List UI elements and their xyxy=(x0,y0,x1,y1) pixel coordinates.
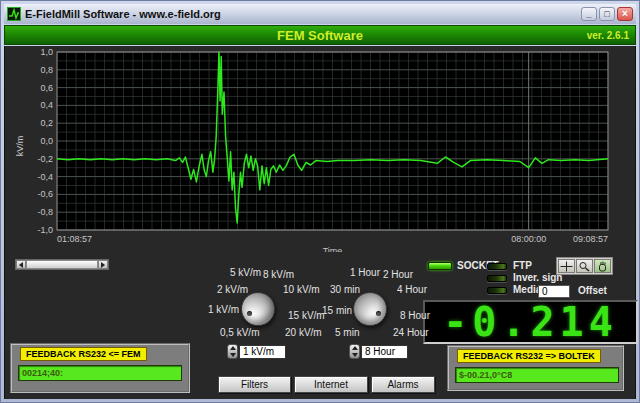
scale-spinner: 1 kV/m xyxy=(227,344,286,359)
time-label-4h: 4 Hour xyxy=(397,284,427,295)
y-tick-label: 0,2 xyxy=(40,118,53,128)
scale-label-1: 1 kV/m xyxy=(208,304,239,315)
filters-button[interactable]: Filters xyxy=(218,376,291,393)
y-tick-label: 1,0 xyxy=(40,47,53,57)
scale-label-05: 0,5 kV/m xyxy=(220,327,259,338)
title-bar[interactable]: E-FieldMill Software - www.e-field.org _… xyxy=(4,4,636,24)
version-label: ver. 2.6.1 xyxy=(587,30,629,41)
internet-button[interactable]: Internet xyxy=(294,376,368,393)
zoom-tool-icon[interactable] xyxy=(576,259,593,273)
y-tick-label: 0,4 xyxy=(40,100,53,110)
feedback-fem-value: 00214;40: xyxy=(18,365,182,381)
time-label-24h: 24 Hour xyxy=(393,327,429,338)
scale-label-2: 2 kV/m xyxy=(217,284,248,295)
app-icon xyxy=(7,7,21,21)
mediated-led[interactable] xyxy=(487,287,507,294)
time-label-15m: 15 min xyxy=(322,305,352,316)
scale-label-20: 20 kV/m xyxy=(285,327,322,338)
feedback-boltek-title: FEEDBACK RS232 => BOLTEK xyxy=(457,349,601,363)
time-label-8h: 8 Hour xyxy=(400,310,430,321)
scale-value-field[interactable]: 1 kV/m xyxy=(239,345,286,359)
graph-tool-palette xyxy=(556,257,613,275)
crosshair-tool-icon[interactable] xyxy=(558,259,575,273)
field-chart: 1,00,80,60,40,20,0-0,2-0,4-0,6-0,8-1,0kV… xyxy=(5,46,637,252)
y-tick-label: -0,4 xyxy=(37,172,53,182)
maximize-button[interactable]: □ xyxy=(599,7,615,21)
close-button[interactable]: × xyxy=(617,7,633,21)
feedback-boltek-value: $-00.21,0°C8 xyxy=(455,367,619,383)
scroll-left-icon[interactable] xyxy=(16,260,26,269)
time-knob[interactable] xyxy=(353,292,387,326)
offset-label: Offset xyxy=(578,285,607,296)
y-tick-label: -0,6 xyxy=(37,189,53,199)
x-tick-label: 01:08:57 xyxy=(57,234,92,244)
app-window: E-FieldMill Software - www.e-field.org _… xyxy=(0,0,640,403)
time-label-1h: 1 Hour xyxy=(350,267,380,278)
pan-tool-icon[interactable] xyxy=(594,259,611,273)
scroll-right-icon[interactable] xyxy=(98,260,108,269)
ftp-label: FTP xyxy=(513,260,532,271)
x-tick-label: 09:08:57 xyxy=(573,234,608,244)
feedback-boltek-panel: FEEDBACK RS232 => BOLTEK $-00.21,0°C8 xyxy=(447,345,624,391)
time-value-field[interactable]: 8 Hour xyxy=(361,345,408,359)
time-label-5m: 5 min xyxy=(335,327,359,338)
time-spinner: 8 Hour xyxy=(349,344,408,359)
scale-label-8: 8 kV/m xyxy=(263,269,294,280)
x-axis-label: Time xyxy=(323,246,343,252)
field-value-display: -0.214 xyxy=(423,300,638,344)
y-tick-label: 0,0 xyxy=(40,136,53,146)
y-axis-label: kV/m xyxy=(15,136,25,157)
y-tick-label: -0,2 xyxy=(37,154,53,164)
time-label-2h: 2 Hour xyxy=(383,269,413,280)
scale-knob[interactable] xyxy=(241,292,275,326)
time-spinner-arrows-icon[interactable] xyxy=(349,344,360,359)
ftp-led[interactable] xyxy=(487,263,507,270)
y-tick-label: 0,6 xyxy=(40,83,53,93)
field-value: -0.214 xyxy=(443,299,618,345)
chart-scrollbar[interactable] xyxy=(15,259,109,270)
time-label-30m: 30 min xyxy=(330,284,360,295)
alarms-button[interactable]: Alarms xyxy=(371,376,435,393)
scale-label-15: 15 kV/m xyxy=(288,310,325,321)
x-tick-label: 08:00:00 xyxy=(511,234,546,244)
time-knob-pointer xyxy=(376,311,381,316)
scale-label-10: 10 kV/m xyxy=(283,284,320,295)
main-panel: 1,00,80,60,40,20,0-0,2-0,4-0,6-0,8-1,0kV… xyxy=(4,46,636,399)
page-title: FEM Software xyxy=(5,28,635,43)
scale-label-5: 5 kV/m xyxy=(230,267,261,278)
y-tick-label: -1,0 xyxy=(37,225,53,235)
y-tick-label: -0,8 xyxy=(37,207,53,217)
scale-spinner-arrows-icon[interactable] xyxy=(227,344,238,359)
y-tick-label: 0,8 xyxy=(40,65,53,75)
scale-knob-pointer xyxy=(247,311,252,316)
scrollbar-thumb[interactable] xyxy=(26,260,98,269)
invert-sign-led[interactable] xyxy=(487,275,507,282)
header-bar: FEM Software ver. 2.6.1 xyxy=(4,25,636,45)
socket-led xyxy=(428,262,452,270)
feedback-fem-panel: FEEDBACK RS232 <= FEM 00214;40: xyxy=(10,343,190,393)
offset-input[interactable]: 0 xyxy=(538,285,570,298)
feedback-fem-title: FEEDBACK RS232 <= FEM xyxy=(20,347,147,361)
minimize-button[interactable]: _ xyxy=(581,7,597,21)
window-title: E-FieldMill Software - www.e-field.org xyxy=(25,8,581,20)
